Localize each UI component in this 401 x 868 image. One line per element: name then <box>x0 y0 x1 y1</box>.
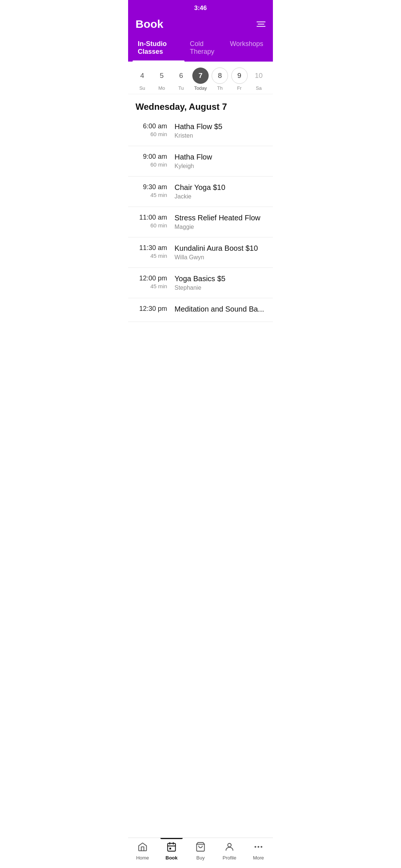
class-name: Stress Relief Heated Flow <box>175 214 265 222</box>
calendar-day-5[interactable]: 5Mo <box>153 68 170 91</box>
class-info-block: Kundalini Aura Boost $10Willa Gwyn <box>175 244 265 261</box>
class-duration: 60 min <box>136 131 167 137</box>
class-start-time: 12:00 pm <box>136 274 167 282</box>
class-duration: 45 min <box>136 192 167 198</box>
class-name: Kundalini Aura Boost $10 <box>175 244 265 253</box>
class-item[interactable]: 12:30 pmMeditation and Sound Ba... <box>128 298 273 322</box>
class-item[interactable]: 9:30 am45 minChair Yoga $10Jackie <box>128 177 273 207</box>
filter-button[interactable] <box>257 22 265 27</box>
class-name: Chair Yoga $10 <box>175 183 265 192</box>
class-time-block: 11:30 am45 min <box>136 244 175 259</box>
status-bar: 3:46 <box>136 0 265 15</box>
class-item[interactable]: 11:00 am60 minStress Relief Heated FlowM… <box>128 207 273 237</box>
class-instructor: Kyleigh <box>175 163 265 170</box>
class-start-time: 12:30 pm <box>136 305 167 313</box>
class-list: 6:00 am60 minHatha Flow $5Kristen9:00 am… <box>128 116 273 359</box>
class-info-block: Meditation and Sound Ba... <box>175 305 265 315</box>
class-info-block: Stress Relief Heated FlowMaggie <box>175 214 265 230</box>
class-start-time: 9:00 am <box>136 153 167 161</box>
class-start-time: 9:30 am <box>136 183 167 191</box>
tab-workshops[interactable]: Workshops <box>225 36 268 62</box>
calendar-day-4[interactable]: 4Su <box>133 68 151 91</box>
page-title: Book <box>136 18 163 30</box>
class-time-block: 12:30 pm <box>136 305 175 313</box>
class-instructor: Maggie <box>175 224 265 230</box>
date-selector: 4Su5Mo6Tu7Today8Th9Fr10Sa <box>128 62 273 94</box>
class-instructor: Willa Gwyn <box>175 254 265 261</box>
class-duration: 60 min <box>136 161 167 168</box>
category-tabs: In-Studio Classes Cold Therapy Workshops <box>128 36 273 62</box>
class-item[interactable]: 6:00 am60 minHatha Flow $5Kristen <box>128 116 273 146</box>
tab-cold-therapy[interactable]: Cold Therapy <box>185 36 225 62</box>
tab-in-studio[interactable]: In-Studio Classes <box>133 36 185 62</box>
class-start-time: 11:00 am <box>136 214 167 221</box>
class-time-block: 11:00 am60 min <box>136 214 175 228</box>
class-start-time: 6:00 am <box>136 122 167 130</box>
calendar-day-8[interactable]: 8Th <box>211 68 229 91</box>
class-duration: 45 min <box>136 253 167 259</box>
class-time-block: 9:30 am45 min <box>136 183 175 198</box>
class-info-block: Hatha Flow $5Kristen <box>175 122 265 139</box>
class-info-block: Chair Yoga $10Jackie <box>175 183 265 200</box>
class-start-time: 11:30 am <box>136 244 167 252</box>
calendar-day-10[interactable]: 10Sa <box>250 68 268 91</box>
class-duration: 45 min <box>136 283 167 289</box>
class-time-block: 6:00 am60 min <box>136 122 175 137</box>
class-time-block: 9:00 am60 min <box>136 153 175 168</box>
class-duration: 60 min <box>136 222 167 228</box>
calendar-day-6[interactable]: 6Tu <box>172 68 190 91</box>
class-instructor: Jackie <box>175 193 265 200</box>
class-instructor: Stephanie <box>175 285 265 291</box>
date-heading: Wednesday, August 7 <box>128 94 273 116</box>
class-time-block: 12:00 pm45 min <box>136 274 175 289</box>
class-item[interactable]: 9:00 am60 minHatha FlowKyleigh <box>128 146 273 177</box>
calendar-day-7[interactable]: 7Today <box>192 68 209 91</box>
class-name: Hatha Flow $5 <box>175 122 265 131</box>
class-info-block: Hatha FlowKyleigh <box>175 153 265 170</box>
class-name: Hatha Flow <box>175 153 265 161</box>
class-name: Meditation and Sound Ba... <box>175 305 265 313</box>
class-info-block: Yoga Basics $5Stephanie <box>175 274 265 291</box>
calendar-day-9[interactable]: 9Fr <box>231 68 248 91</box>
header: 3:46 Book <box>128 0 273 36</box>
status-time: 3:46 <box>194 4 207 12</box>
class-name: Yoga Basics $5 <box>175 274 265 283</box>
class-item[interactable]: 12:00 pm45 minYoga Basics $5Stephanie <box>128 268 273 298</box>
class-item[interactable]: 11:30 am45 minKundalini Aura Boost $10Wi… <box>128 237 273 268</box>
class-instructor: Kristen <box>175 132 265 139</box>
